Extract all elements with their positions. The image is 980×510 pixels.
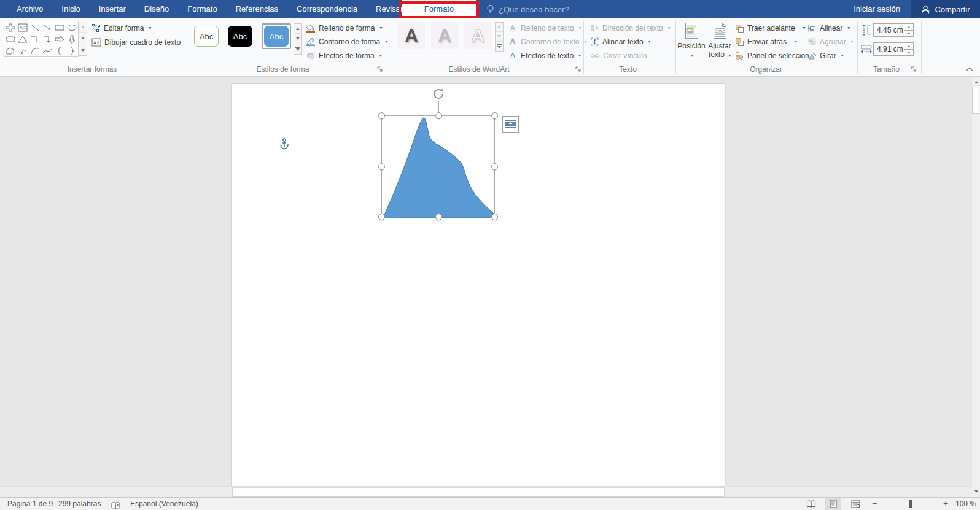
shape-outline-button[interactable]: Contorno de forma▾ xyxy=(304,35,389,48)
shape-style-1[interactable]: Abc xyxy=(194,26,219,47)
align-text-button[interactable]: Alinear texto▾ xyxy=(588,35,653,48)
shape-gallery-more[interactable] xyxy=(79,44,87,55)
shape-effects-button[interactable]: Efectos de forma▾ xyxy=(304,49,384,62)
wordart-more[interactable] xyxy=(496,42,503,51)
shape-arc-button[interactable] xyxy=(29,45,41,56)
shape-rounded-rectangle-button[interactable] xyxy=(4,33,17,45)
freeform-mountain-shape[interactable] xyxy=(382,116,496,218)
shape-cross-button[interactable] xyxy=(4,21,17,33)
zoom-in-button[interactable]: + xyxy=(943,498,948,510)
wordart-style-2[interactable]: A xyxy=(431,22,458,49)
shape-right-brace-button[interactable] xyxy=(66,45,78,56)
shape-right-arrow-button[interactable] xyxy=(53,33,66,45)
wordart-scroll-down[interactable] xyxy=(496,32,503,41)
width-spin-down[interactable] xyxy=(904,49,914,56)
shape-down-arrow-button[interactable] xyxy=(66,33,78,45)
shape-height-field[interactable]: 4,45 cm xyxy=(873,23,905,37)
resize-handle-bottom-right[interactable] xyxy=(491,214,498,220)
zoom-slider-thumb[interactable] xyxy=(909,500,912,508)
collapse-ribbon-icon[interactable] xyxy=(965,66,974,72)
shape-styles-dialog-launcher[interactable] xyxy=(376,66,384,74)
zoom-percentage[interactable]: 100 % xyxy=(955,498,976,510)
page-indicator[interactable]: Página 1 de 9 xyxy=(7,498,53,510)
resize-handle-top-center[interactable] xyxy=(435,112,442,119)
sign-in-button[interactable]: Iniciar sesión xyxy=(854,0,900,18)
text-fill-icon: A xyxy=(510,24,518,33)
shape-triangle-button[interactable] xyxy=(17,33,29,45)
wordart-scroll-up[interactable] xyxy=(496,23,503,32)
width-spin-up[interactable] xyxy=(904,42,914,49)
shape-style-2[interactable]: Abc xyxy=(228,26,252,47)
tab-inicio[interactable]: Inicio xyxy=(52,0,89,18)
tab-archivo[interactable]: Archivo xyxy=(7,0,52,18)
rotation-handle-icon[interactable] xyxy=(432,87,445,101)
shape-gallery-scroll-down[interactable] xyxy=(79,33,87,44)
vertical-scrollbar[interactable] xyxy=(972,77,980,497)
shape-line-button[interactable] xyxy=(29,21,41,33)
tab-diseno[interactable]: Diseño xyxy=(135,0,178,18)
wordart-style-1[interactable]: A xyxy=(398,22,425,49)
tab-referencias[interactable]: Referencias xyxy=(227,0,287,18)
shape-fill-button[interactable]: Relleno de forma▾ xyxy=(304,21,384,34)
resize-handle-top-right[interactable] xyxy=(491,112,498,119)
selected-shape-bounding-box[interactable] xyxy=(381,115,495,217)
share-button[interactable]: Compartir xyxy=(911,0,980,18)
height-spin-down[interactable] xyxy=(904,30,914,37)
selection-pane-button[interactable]: Panel de selección xyxy=(733,49,811,62)
shape-text-box-button[interactable]: A xyxy=(17,21,29,33)
shape-style-more[interactable] xyxy=(294,44,301,54)
proofing-status-icon[interactable] xyxy=(111,500,120,510)
size-dialog-launcher[interactable] xyxy=(910,66,918,74)
vertical-scrollbar-thumb[interactable] xyxy=(972,87,979,114)
shape-curve-button[interactable] xyxy=(41,45,53,56)
shape-style-scroll-down[interactable] xyxy=(294,34,301,44)
resize-handle-middle-left[interactable] xyxy=(378,163,385,170)
text-effects-label: Efectos de texto xyxy=(521,52,574,60)
send-backward-button[interactable]: Enviar atrás▾ xyxy=(733,35,799,48)
height-spin-up[interactable] xyxy=(904,23,914,30)
word-count[interactable]: 299 palabras xyxy=(58,498,101,510)
shape-scribble-button[interactable] xyxy=(17,45,29,56)
draw-text-box-button[interactable]: A Dibujar cuadro de texto xyxy=(90,36,182,48)
tab-correspondencia[interactable]: Correspondencia xyxy=(287,0,367,18)
shape-gallery-scroll-up[interactable] xyxy=(79,21,87,33)
web-layout-button[interactable] xyxy=(847,498,863,510)
tell-me-box[interactable]: ¿Qué desea hacer? xyxy=(486,0,569,18)
rotate-button[interactable]: Girar▾ xyxy=(806,49,846,62)
group-objects-icon xyxy=(807,37,817,46)
horizontal-scrollbar-thumb[interactable] xyxy=(232,487,725,497)
shape-width-field[interactable]: 4,91 cm xyxy=(873,42,905,56)
scroll-up-button[interactable] xyxy=(972,77,980,87)
zoom-out-button[interactable]: − xyxy=(872,498,877,510)
tab-insertar[interactable]: Insertar xyxy=(90,0,135,18)
chain-link-icon xyxy=(590,52,600,60)
tell-me-label: ¿Qué desea hacer? xyxy=(499,5,569,14)
shape-elbow-arrow-connector-button[interactable] xyxy=(41,33,53,45)
layout-options-button[interactable] xyxy=(502,116,519,133)
scroll-down-button[interactable] xyxy=(972,487,980,496)
resize-handle-bottom-center[interactable] xyxy=(435,214,442,220)
shape-style-3-selected[interactable]: Abc xyxy=(264,26,289,47)
align-objects-button[interactable]: Alinear▾ xyxy=(806,21,852,34)
print-layout-button-active[interactable] xyxy=(825,498,841,510)
edit-shape-button[interactable]: Editar forma▾ xyxy=(90,21,153,34)
shape-oval-button[interactable] xyxy=(66,21,78,33)
horizontal-scrollbar[interactable] xyxy=(0,486,972,497)
shape-rectangle-button[interactable] xyxy=(53,21,66,33)
shape-left-brace-button[interactable] xyxy=(53,45,66,56)
document-page[interactable] xyxy=(232,84,725,497)
tab-formato[interactable]: Formato xyxy=(178,0,226,18)
bring-forward-button[interactable]: Traer adelante▾ xyxy=(733,21,807,34)
shape-arrow-button[interactable] xyxy=(41,21,53,33)
text-effects-button[interactable]: A Efectos de texto▾ xyxy=(508,49,583,62)
shape-freeform-button[interactable] xyxy=(4,45,17,56)
wordart-dialog-launcher[interactable] xyxy=(575,66,583,74)
language-indicator[interactable]: Español (Venezuela) xyxy=(130,498,198,510)
shape-style-scroll-up[interactable] xyxy=(294,24,301,34)
read-mode-button[interactable] xyxy=(803,498,819,510)
wordart-style-3[interactable]: A xyxy=(464,22,491,49)
resize-handle-top-left[interactable] xyxy=(378,112,385,119)
resize-handle-bottom-left[interactable] xyxy=(378,214,385,220)
resize-handle-middle-right[interactable] xyxy=(491,163,498,170)
shape-elbow-connector-button[interactable] xyxy=(29,33,41,45)
